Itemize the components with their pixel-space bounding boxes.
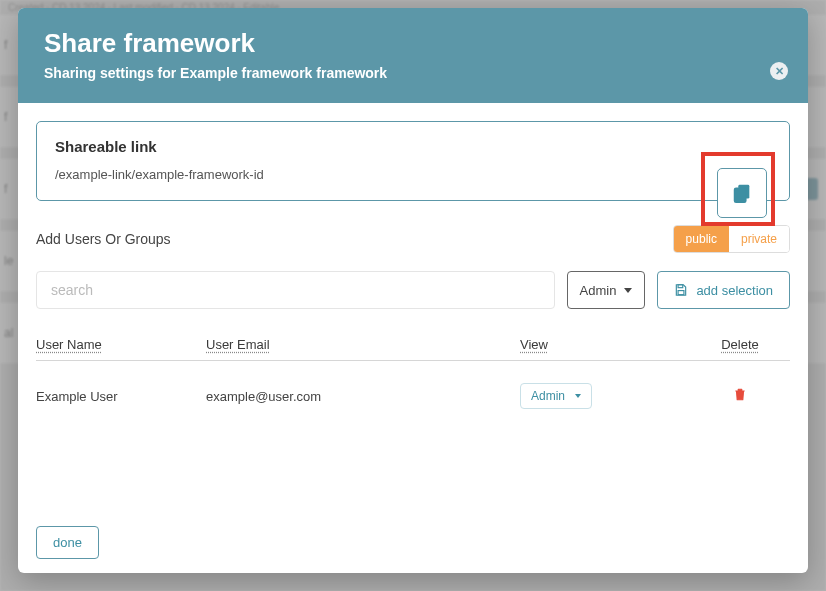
col-header-email[interactable]: User Email (206, 337, 520, 352)
cell-user-name: Example User (36, 389, 206, 404)
cell-user-email: example@user.com (206, 389, 520, 404)
add-controls-row: Admin add selection (36, 271, 790, 309)
cell-delete (690, 387, 790, 406)
cell-user-role: Admin (520, 383, 690, 409)
modal-body: Shareable link /example-link/example-fra… (18, 103, 808, 512)
trash-icon (733, 387, 747, 402)
modal-subtitle: Sharing settings for Example framework f… (44, 65, 782, 81)
add-users-header: Add Users Or Groups public private (36, 225, 790, 253)
shareable-link-card: Shareable link /example-link/example-fra… (36, 121, 790, 201)
toggle-private[interactable]: private (729, 226, 789, 252)
col-header-delete[interactable]: Delete (690, 337, 790, 352)
tutorial-highlight-box (701, 152, 775, 226)
shareable-link-title: Shareable link (55, 138, 771, 155)
done-button[interactable]: done (36, 526, 99, 559)
add-selection-label: add selection (696, 283, 773, 298)
modal-title: Share framework (44, 28, 782, 59)
chevron-down-icon (624, 288, 632, 293)
chevron-down-icon (575, 394, 581, 398)
copy-link-button[interactable] (717, 168, 767, 218)
search-input[interactable] (36, 271, 555, 309)
delete-user-button[interactable] (733, 388, 747, 405)
row-role-select[interactable]: Admin (520, 383, 592, 409)
toggle-public[interactable]: public (674, 226, 729, 252)
col-header-name[interactable]: User Name (36, 337, 206, 352)
add-selection-button[interactable]: add selection (657, 271, 790, 309)
visibility-toggle: public private (673, 225, 790, 253)
table-header: User Name User Email View Delete (36, 337, 790, 361)
shareable-link-url: /example-link/example-framework-id (55, 167, 771, 182)
copy-icon (731, 182, 753, 204)
modal-header: Share framework Sharing settings for Exa… (18, 8, 808, 103)
table-row: Example User example@user.com Admin (36, 377, 790, 415)
svg-rect-4 (678, 291, 684, 295)
col-header-view[interactable]: View (520, 337, 690, 352)
close-button[interactable]: ✕ (770, 62, 788, 80)
row-role-label: Admin (531, 389, 565, 403)
svg-rect-2 (735, 188, 746, 202)
share-modal: Share framework Sharing settings for Exa… (18, 8, 808, 573)
add-users-title: Add Users Or Groups (36, 231, 171, 247)
modal-footer: done (18, 512, 808, 573)
close-icon: ✕ (775, 65, 784, 78)
role-select[interactable]: Admin (567, 271, 646, 309)
users-table: User Name User Email View Delete Example… (36, 337, 790, 415)
role-select-label: Admin (580, 283, 617, 298)
svg-rect-3 (678, 285, 683, 288)
save-icon (674, 283, 688, 297)
